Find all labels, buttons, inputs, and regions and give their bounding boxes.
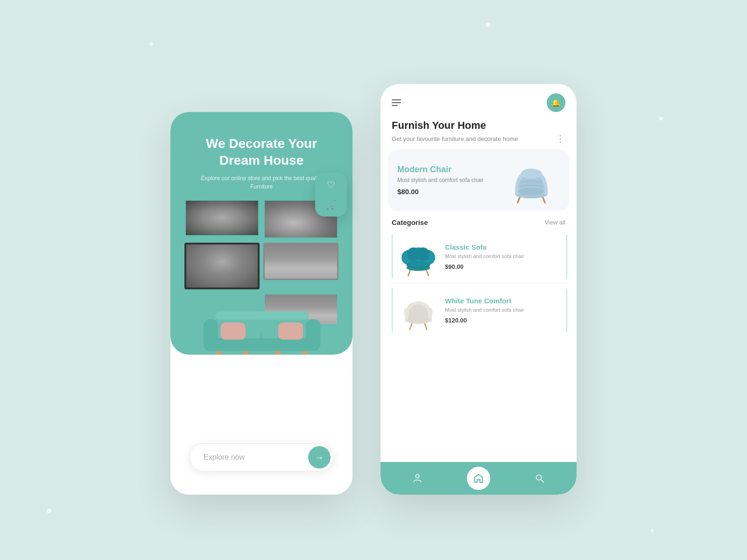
svg-point-26 bbox=[409, 262, 428, 267]
bell-icon: 🔔 bbox=[551, 98, 561, 107]
menu-line-3 bbox=[392, 105, 398, 106]
profile-nav-button[interactable] bbox=[412, 473, 423, 483]
search-nav-button[interactable] bbox=[535, 473, 545, 483]
right-phone: 🔔 Furnish Your Home Get your favourite f… bbox=[381, 84, 577, 495]
white-tune-name: White Tune Comfort bbox=[445, 297, 567, 305]
svg-rect-11 bbox=[278, 322, 303, 340]
explore-button-container[interactable]: Explore now → bbox=[189, 443, 334, 471]
featured-product-price: $80.00 bbox=[397, 188, 495, 196]
white-tune-price: $120.00 bbox=[445, 317, 567, 324]
page-subtitle-row: Get your favourite furniture and decorat… bbox=[392, 133, 565, 144]
view-all-button[interactable]: View all bbox=[544, 219, 565, 226]
svg-line-27 bbox=[410, 323, 412, 329]
white-tune-svg bbox=[397, 289, 439, 331]
page-title-section: Furnish Your Home Get your favourite fur… bbox=[381, 119, 577, 149]
frame-3 bbox=[184, 243, 260, 289]
classic-sofa-desc: Most stylish and comfort sofa chair bbox=[445, 253, 567, 260]
svg-rect-8 bbox=[215, 311, 309, 319]
svg-rect-10 bbox=[221, 322, 246, 340]
featured-product-info: Modern Chair Most stylish and comfort so… bbox=[397, 165, 495, 196]
svg-line-28 bbox=[425, 323, 427, 329]
svg-point-15 bbox=[519, 188, 544, 195]
explore-arrow-button[interactable]: → bbox=[308, 446, 331, 469]
menu-line-2 bbox=[392, 102, 401, 103]
hero-title: We Decorate Your Dream House bbox=[170, 135, 352, 169]
frame-4 bbox=[263, 243, 338, 280]
product-item-white-tune[interactable]: White Tune Comfort Most stylish and comf… bbox=[381, 284, 577, 337]
white-tune-image bbox=[397, 289, 439, 331]
home-nav-button[interactable] bbox=[467, 467, 490, 490]
product-item-classic-sofa[interactable]: Classic Sofa Most stylish and comfort so… bbox=[381, 230, 577, 283]
categories-header: Categorise View all bbox=[381, 211, 577, 230]
classic-sofa-info: Classic Sofa Most stylish and comfort so… bbox=[445, 243, 567, 270]
frame-image-3 bbox=[186, 245, 258, 287]
white-tune-info: White Tune Comfort Most stylish and comf… bbox=[445, 297, 567, 323]
classic-sofa-name: Classic Sofa bbox=[445, 243, 567, 251]
menu-line-1 bbox=[392, 99, 401, 100]
svg-point-24 bbox=[416, 247, 430, 261]
classic-sofa-svg bbox=[397, 236, 439, 278]
svg-point-16 bbox=[521, 168, 542, 179]
hero-section: We Decorate Your Dream House Explore our… bbox=[170, 112, 352, 355]
featured-product-name: Modern Chair bbox=[397, 165, 495, 175]
arrow-icon: → bbox=[315, 452, 324, 463]
svg-point-31 bbox=[536, 475, 542, 480]
more-options-button[interactable]: ⋮ bbox=[556, 133, 565, 144]
frame-image-4 bbox=[265, 244, 337, 279]
featured-product-card[interactable]: Modern Chair Most stylish and comfort so… bbox=[388, 149, 569, 211]
page-title: Furnish Your Home bbox=[392, 119, 565, 132]
cart-icon[interactable]: 🛒 bbox=[326, 200, 336, 210]
svg-rect-7 bbox=[306, 319, 320, 351]
white-tune-desc: Most stylish and comfort sofa chair bbox=[445, 307, 567, 314]
frame-image-1 bbox=[186, 201, 258, 235]
categories-label: Categorise bbox=[392, 218, 428, 226]
classic-sofa-price: $90.00 bbox=[445, 263, 567, 270]
left-phone: We Decorate Your Dream House Explore our… bbox=[170, 112, 352, 495]
bottom-navigation bbox=[381, 462, 577, 495]
svg-point-30 bbox=[416, 475, 419, 478]
explore-label: Explore now bbox=[204, 453, 245, 462]
right-accent-line-2 bbox=[566, 288, 567, 332]
svg-line-32 bbox=[541, 480, 544, 483]
right-accent-line bbox=[566, 235, 567, 279]
sofa-svg bbox=[184, 290, 338, 362]
svg-point-29 bbox=[407, 317, 430, 323]
page-subtitle: Get your favourite furniture and decorat… bbox=[392, 135, 518, 142]
classic-sofa-image bbox=[397, 236, 439, 278]
menu-button[interactable] bbox=[392, 99, 401, 106]
floating-actions-card: ♡ 🛒 bbox=[315, 173, 347, 217]
featured-product-desc: Most stylish and comfort sofa chair bbox=[397, 176, 495, 184]
phone-bottom: Explore now → bbox=[170, 355, 352, 495]
notification-button[interactable]: 🔔 bbox=[547, 93, 565, 112]
featured-product-image bbox=[501, 157, 562, 203]
right-phone-header: 🔔 bbox=[381, 84, 577, 119]
wishlist-icon[interactable]: ♡ bbox=[327, 179, 335, 190]
sofa-illustration bbox=[184, 290, 338, 364]
svg-rect-6 bbox=[204, 319, 218, 351]
blue-chair-svg bbox=[501, 157, 562, 203]
frame-1 bbox=[184, 199, 260, 237]
